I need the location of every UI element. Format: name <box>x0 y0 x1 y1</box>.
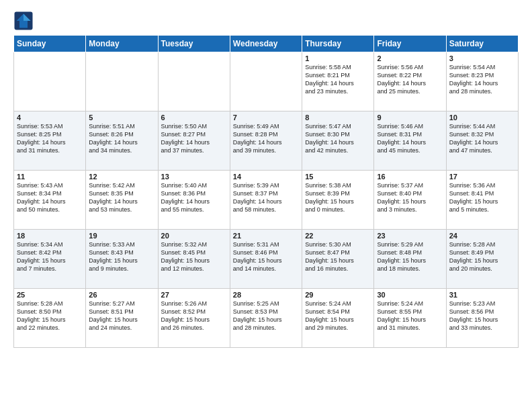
weekday-header: Wednesday <box>230 36 302 52</box>
calendar-week-row: 18Sunrise: 5:34 AMSunset: 8:42 PMDayligh… <box>14 230 519 289</box>
cell-content: Sunrise: 5:38 AM <box>305 181 371 189</box>
cell-content: and 25 minutes. <box>377 87 443 95</box>
cell-content: Sunset: 8:25 PM <box>17 130 83 138</box>
cell-content: Sunrise: 5:53 AM <box>17 122 83 130</box>
calendar-cell: 5Sunrise: 5:51 AMSunset: 8:26 PMDaylight… <box>86 111 158 171</box>
cell-content: Daylight: 15 hours <box>161 257 227 265</box>
cell-content: Sunset: 8:30 PM <box>305 130 371 138</box>
calendar-cell: 18Sunrise: 5:34 AMSunset: 8:42 PMDayligh… <box>14 230 86 289</box>
cell-content: Daylight: 15 hours <box>17 257 83 265</box>
cell-content: Sunset: 8:34 PM <box>17 189 83 197</box>
cell-content: Daylight: 14 hours <box>449 138 515 146</box>
calendar-cell: 12Sunrise: 5:42 AMSunset: 8:35 PMDayligh… <box>86 171 158 230</box>
calendar-week-row: 4Sunrise: 5:53 AMSunset: 8:25 PMDaylight… <box>14 111 519 171</box>
cell-content: Sunrise: 5:58 AM <box>305 63 371 71</box>
cell-content: and 31 minutes. <box>17 146 83 154</box>
cell-content: Sunrise: 5:46 AM <box>377 122 443 130</box>
cell-content: Daylight: 15 hours <box>377 257 443 265</box>
cell-content: Daylight: 15 hours <box>305 197 371 205</box>
cell-content: Daylight: 14 hours <box>17 138 83 146</box>
cell-content: and 39 minutes. <box>233 146 299 154</box>
day-number: 28 <box>233 291 299 299</box>
cell-content: Sunrise: 5:40 AM <box>161 181 227 189</box>
calendar-cell: 31Sunrise: 5:23 AMSunset: 8:56 PMDayligh… <box>446 289 518 348</box>
day-number: 6 <box>161 113 227 122</box>
cell-content: Sunrise: 5:56 AM <box>377 63 443 71</box>
day-number: 7 <box>233 113 299 122</box>
cell-content: Daylight: 14 hours <box>17 197 83 205</box>
calendar-cell: 3Sunrise: 5:54 AMSunset: 8:23 PMDaylight… <box>446 52 518 111</box>
calendar-cell: 7Sunrise: 5:49 AMSunset: 8:28 PMDaylight… <box>230 111 302 171</box>
day-number: 11 <box>17 173 83 181</box>
cell-content: and 31 minutes. <box>377 324 443 332</box>
cell-content: Daylight: 15 hours <box>89 316 154 324</box>
day-number: 30 <box>377 291 443 299</box>
cell-content: Sunrise: 5:54 AM <box>449 63 515 71</box>
cell-content: Sunset: 8:31 PM <box>377 130 443 138</box>
calendar-week-row: 25Sunrise: 5:28 AMSunset: 8:50 PMDayligh… <box>14 289 519 348</box>
calendar-header: SundayMondayTuesdayWednesdayThursdayFrid… <box>14 36 519 52</box>
cell-content: and 3 minutes. <box>377 205 443 214</box>
calendar-cell <box>14 52 86 111</box>
cell-content: and 0 minutes. <box>305 205 371 214</box>
calendar-cell <box>86 52 158 111</box>
cell-content: Sunrise: 5:24 AM <box>305 300 371 308</box>
day-number: 16 <box>377 173 443 181</box>
cell-content: Sunrise: 5:25 AM <box>233 300 299 308</box>
cell-content: Daylight: 15 hours <box>233 316 299 324</box>
cell-content: Daylight: 14 hours <box>233 138 299 146</box>
cell-content: Daylight: 15 hours <box>377 316 443 324</box>
cell-content: Sunset: 8:35 PM <box>89 189 154 197</box>
day-number: 29 <box>305 291 371 299</box>
cell-content: Sunrise: 5:23 AM <box>449 300 515 308</box>
day-number: 22 <box>305 232 371 240</box>
day-number: 20 <box>161 232 227 240</box>
weekday-header: Tuesday <box>158 36 230 52</box>
day-number: 18 <box>17 232 83 240</box>
cell-content: Sunset: 8:40 PM <box>377 189 443 197</box>
calendar-cell: 9Sunrise: 5:46 AMSunset: 8:31 PMDaylight… <box>374 111 446 171</box>
cell-content: Daylight: 14 hours <box>233 197 299 205</box>
day-number: 3 <box>449 54 515 62</box>
cell-content: Sunrise: 5:49 AM <box>233 122 299 130</box>
calendar-cell: 11Sunrise: 5:43 AMSunset: 8:34 PMDayligh… <box>14 171 86 230</box>
cell-content: and 29 minutes. <box>305 324 371 332</box>
cell-content: Daylight: 14 hours <box>377 138 443 146</box>
cell-content: and 47 minutes. <box>449 146 515 154</box>
calendar-cell: 15Sunrise: 5:38 AMSunset: 8:39 PMDayligh… <box>302 171 374 230</box>
cell-content: and 28 minutes. <box>233 324 299 332</box>
day-number: 24 <box>449 232 515 240</box>
weekday-header: Saturday <box>446 36 518 52</box>
weekday-header: Sunday <box>14 36 86 52</box>
calendar-cell: 30Sunrise: 5:24 AMSunset: 8:55 PMDayligh… <box>374 289 446 348</box>
calendar-table: SundayMondayTuesdayWednesdayThursdayFrid… <box>13 35 519 348</box>
calendar-cell: 16Sunrise: 5:37 AMSunset: 8:40 PMDayligh… <box>374 171 446 230</box>
cell-content: and 9 minutes. <box>89 265 154 273</box>
calendar-cell: 25Sunrise: 5:28 AMSunset: 8:50 PMDayligh… <box>14 289 86 348</box>
cell-content: and 34 minutes. <box>89 146 154 154</box>
cell-content: Sunset: 8:52 PM <box>161 308 227 316</box>
cell-content: Daylight: 14 hours <box>89 197 154 205</box>
cell-content: Daylight: 14 hours <box>377 79 443 87</box>
calendar-cell: 27Sunrise: 5:26 AMSunset: 8:52 PMDayligh… <box>158 289 230 348</box>
cell-content: Sunrise: 5:50 AM <box>161 122 227 130</box>
calendar-cell: 13Sunrise: 5:40 AMSunset: 8:36 PMDayligh… <box>158 171 230 230</box>
cell-content: Daylight: 15 hours <box>449 316 515 324</box>
calendar-cell: 2Sunrise: 5:56 AMSunset: 8:22 PMDaylight… <box>374 52 446 111</box>
cell-content: Sunset: 8:49 PM <box>449 248 515 257</box>
cell-content: Daylight: 15 hours <box>17 316 83 324</box>
cell-content: and 23 minutes. <box>305 87 371 95</box>
cell-content: Daylight: 14 hours <box>89 138 154 146</box>
cell-content: and 58 minutes. <box>233 205 299 214</box>
calendar-cell: 21Sunrise: 5:31 AMSunset: 8:46 PMDayligh… <box>230 230 302 289</box>
cell-content: and 37 minutes. <box>161 146 227 154</box>
cell-content: Sunset: 8:48 PM <box>377 248 443 257</box>
cell-content: and 20 minutes. <box>449 265 515 273</box>
calendar-cell: 26Sunrise: 5:27 AMSunset: 8:51 PMDayligh… <box>86 289 158 348</box>
cell-content: and 50 minutes. <box>17 205 83 214</box>
day-number: 1 <box>305 54 371 62</box>
calendar-cell: 8Sunrise: 5:47 AMSunset: 8:30 PMDaylight… <box>302 111 374 171</box>
day-number: 13 <box>161 173 227 181</box>
cell-content: Sunset: 8:26 PM <box>89 130 154 138</box>
calendar-cell: 10Sunrise: 5:44 AMSunset: 8:32 PMDayligh… <box>446 111 518 171</box>
